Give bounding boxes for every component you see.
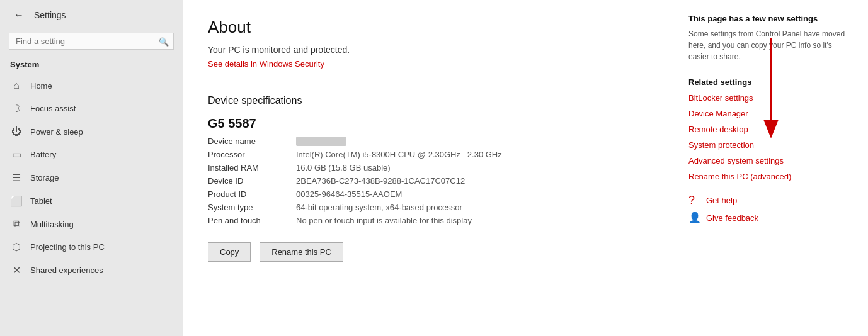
give-feedback-label: Give feedback bbox=[706, 213, 758, 223]
related-title: Related settings bbox=[688, 77, 853, 87]
nav-label-projecting: Projecting to this PC bbox=[30, 242, 105, 252]
page-title: About bbox=[208, 18, 648, 37]
table-row: Device ID 2BEA736B-C273-438B-9288-1CAC17… bbox=[208, 174, 648, 188]
search-input[interactable] bbox=[9, 33, 174, 50]
nav-item-focus-assist[interactable]: ☽ Focus assist bbox=[0, 97, 183, 120]
spec-label: Device ID bbox=[208, 174, 296, 188]
nav-item-power-sleep[interactable]: ⏻ Power & sleep bbox=[0, 120, 183, 143]
nav-label-multitasking: Multitasking bbox=[30, 220, 74, 229]
nav-item-multitasking[interactable]: ⧉ Multitasking bbox=[0, 213, 183, 235]
nav-label-tablet: Tablet bbox=[30, 196, 52, 206]
nav-item-projecting[interactable]: ⬡ Projecting to this PC bbox=[0, 235, 183, 259]
search-box-container: 🔍 bbox=[9, 33, 174, 50]
device-name-blurred bbox=[296, 137, 346, 146]
security-link[interactable]: See details in Windows Security bbox=[208, 59, 324, 69]
nav-label-power-sleep: Power & sleep bbox=[30, 127, 83, 137]
spec-value: Intel(R) Core(TM) i5-8300H CPU @ 2.30GHz… bbox=[296, 148, 648, 161]
nav-label-shared: Shared experiences bbox=[30, 266, 103, 275]
nav-label-battery: Battery bbox=[30, 150, 56, 159]
spec-label: Installed RAM bbox=[208, 161, 296, 174]
table-row: System type 64-bit operating system, x64… bbox=[208, 201, 648, 214]
device-specs-heading: Device specifications bbox=[208, 95, 648, 106]
nav-item-battery[interactable]: ▭ Battery bbox=[0, 143, 183, 166]
get-help-item[interactable]: ? Get help bbox=[688, 194, 853, 206]
get-help-label: Get help bbox=[706, 196, 737, 205]
battery-icon: ▭ bbox=[10, 148, 23, 160]
spec-value: 64-bit operating system, x64-based proce… bbox=[296, 201, 648, 214]
sidebar: ← Settings 🔍 System ⌂ Home ☽ Focus assis… bbox=[0, 0, 183, 336]
tablet-icon: ⬜ bbox=[10, 195, 23, 207]
spec-label: Pen and touch bbox=[208, 214, 296, 227]
spec-value: 2BEA736B-C273-438B-9288-1CAC17C07C12 bbox=[296, 174, 648, 188]
sidebar-title: Settings bbox=[34, 10, 66, 20]
table-row: Product ID 00325-96464-35515-AAOEM bbox=[208, 188, 648, 201]
section-label: System bbox=[0, 56, 183, 74]
home-icon: ⌂ bbox=[10, 80, 23, 91]
table-row: Installed RAM 16.0 GB (15.8 GB usable) bbox=[208, 161, 648, 174]
multitasking-icon: ⧉ bbox=[10, 218, 23, 230]
remote-desktop-link[interactable]: Remote desktop bbox=[688, 125, 853, 134]
spec-value bbox=[296, 135, 648, 148]
device-manager-link[interactable]: Device Manager bbox=[688, 109, 853, 118]
specs-table: Device name Processor Intel(R) Core(TM) … bbox=[208, 135, 648, 227]
help-section: ? Get help 👤 Give feedback bbox=[688, 194, 853, 224]
nav-item-home[interactable]: ⌂ Home bbox=[0, 74, 183, 97]
rename-pc-link[interactable]: Rename this PC (advanced) bbox=[688, 172, 853, 181]
copy-button[interactable]: Copy bbox=[208, 242, 251, 262]
nav-item-tablet[interactable]: ⬜ Tablet bbox=[0, 189, 183, 213]
power-sleep-icon: ⏻ bbox=[10, 126, 23, 137]
nav-label-focus-assist: Focus assist bbox=[30, 104, 76, 113]
give-feedback-icon: 👤 bbox=[688, 211, 701, 224]
action-buttons: Copy Rename this PC bbox=[208, 237, 648, 262]
related-settings: Related settings BitLocker settings Devi… bbox=[688, 77, 853, 181]
advanced-system-link[interactable]: Advanced system settings bbox=[688, 156, 853, 165]
shared-icon: ✕ bbox=[10, 264, 23, 276]
table-row: Pen and touch No pen or touch input is a… bbox=[208, 214, 648, 227]
sidebar-header: ← Settings bbox=[0, 0, 183, 30]
projecting-icon: ⬡ bbox=[10, 241, 23, 253]
give-feedback-item[interactable]: 👤 Give feedback bbox=[688, 211, 853, 224]
spec-label: Device name bbox=[208, 135, 296, 148]
spec-label: Product ID bbox=[208, 188, 296, 201]
right-panel: This page has a few new settings Some se… bbox=[673, 0, 868, 336]
protected-text: Your PC is monitored and protected. bbox=[208, 45, 648, 55]
nav-item-shared[interactable]: ✕ Shared experiences bbox=[0, 259, 183, 282]
info-box-desc: Some settings from Control Panel have mo… bbox=[688, 28, 853, 62]
storage-icon: ☰ bbox=[10, 172, 23, 184]
search-icon: 🔍 bbox=[159, 36, 169, 46]
nav-label-storage: Storage bbox=[30, 173, 59, 182]
table-row: Processor Intel(R) Core(TM) i5-8300H CPU… bbox=[208, 148, 648, 161]
main-content: About Your PC is monitored and protected… bbox=[183, 0, 673, 336]
spec-label: System type bbox=[208, 201, 296, 214]
nav-label-home: Home bbox=[30, 81, 52, 91]
device-name: G5 5587 bbox=[208, 116, 648, 131]
nav-item-storage[interactable]: ☰ Storage bbox=[0, 166, 183, 189]
focus-assist-icon: ☽ bbox=[10, 103, 23, 115]
spec-value: No pen or touch input is available for t… bbox=[296, 214, 648, 227]
get-help-icon: ? bbox=[688, 194, 701, 206]
spec-value: 00325-96464-35515-AAOEM bbox=[296, 188, 648, 201]
system-protection-link[interactable]: System protection bbox=[688, 140, 853, 150]
spec-label: Processor bbox=[208, 148, 296, 161]
back-button[interactable]: ← bbox=[10, 6, 28, 24]
info-box: This page has a few new settings Some se… bbox=[688, 14, 853, 62]
table-row: Device name bbox=[208, 135, 648, 148]
spec-value: 16.0 GB (15.8 GB usable) bbox=[296, 161, 648, 174]
info-box-title: This page has a few new settings bbox=[688, 14, 853, 23]
bitlocker-link[interactable]: BitLocker settings bbox=[688, 93, 853, 103]
rename-button[interactable]: Rename this PC bbox=[260, 242, 343, 262]
back-icon: ← bbox=[14, 9, 24, 21]
